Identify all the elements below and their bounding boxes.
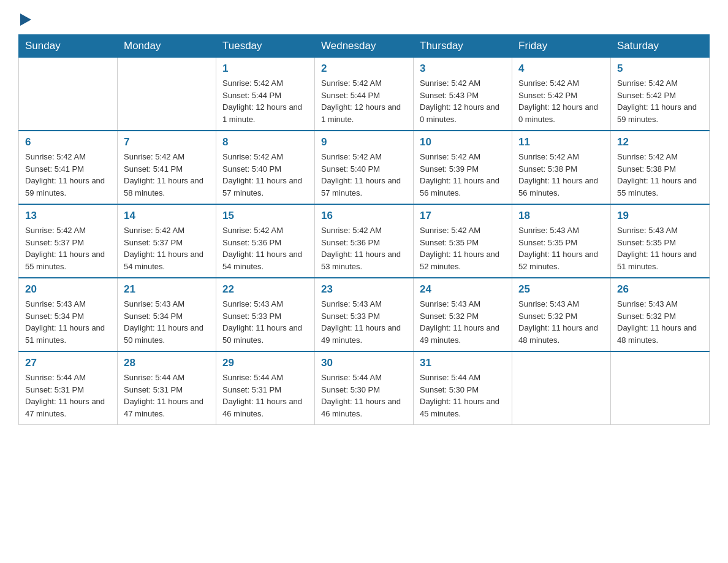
day-number: 13 [25, 210, 111, 222]
table-row: 9Sunrise: 5:42 AM Sunset: 5:40 PM Daylig… [315, 131, 414, 204]
table-row: 15Sunrise: 5:42 AM Sunset: 5:36 PM Dayli… [216, 204, 315, 278]
day-number: 28 [124, 357, 210, 369]
calendar-table: SundayMondayTuesdayWednesdayThursdayFrid… [18, 34, 710, 425]
table-row: 2Sunrise: 5:42 AM Sunset: 5:44 PM Daylig… [315, 58, 414, 131]
table-row: 17Sunrise: 5:42 AM Sunset: 5:35 PM Dayli… [414, 204, 512, 278]
day-info: Sunrise: 5:42 AM Sunset: 5:40 PM Dayligh… [222, 151, 308, 199]
table-row [118, 58, 216, 131]
table-row: 21Sunrise: 5:43 AM Sunset: 5:34 PM Dayli… [118, 278, 216, 351]
day-number: 12 [617, 136, 703, 148]
day-info: Sunrise: 5:43 AM Sunset: 5:35 PM Dayligh… [518, 224, 604, 272]
table-row: 10Sunrise: 5:42 AM Sunset: 5:39 PM Dayli… [414, 131, 512, 204]
table-row: 5Sunrise: 5:42 AM Sunset: 5:42 PM Daylig… [611, 58, 710, 131]
day-number: 7 [124, 136, 210, 148]
day-number: 16 [321, 210, 407, 222]
day-number: 25 [518, 283, 604, 296]
table-row: 18Sunrise: 5:43 AM Sunset: 5:35 PM Dayli… [512, 204, 611, 278]
day-info: Sunrise: 5:42 AM Sunset: 5:36 PM Dayligh… [321, 224, 407, 272]
table-row: 24Sunrise: 5:43 AM Sunset: 5:32 PM Dayli… [414, 278, 512, 351]
day-info: Sunrise: 5:42 AM Sunset: 5:41 PM Dayligh… [124, 151, 210, 199]
day-number: 10 [420, 136, 506, 148]
day-number: 4 [518, 63, 604, 75]
calendar-week-row: 20Sunrise: 5:43 AM Sunset: 5:34 PM Dayli… [19, 278, 710, 351]
day-info: Sunrise: 5:42 AM Sunset: 5:41 PM Dayligh… [25, 151, 111, 199]
svg-marker-0 [20, 13, 31, 26]
day-info: Sunrise: 5:42 AM Sunset: 5:44 PM Dayligh… [321, 77, 407, 125]
day-number: 19 [617, 210, 703, 222]
table-row: 29Sunrise: 5:44 AM Sunset: 5:31 PM Dayli… [216, 351, 315, 425]
day-info: Sunrise: 5:42 AM Sunset: 5:38 PM Dayligh… [617, 151, 703, 199]
day-number: 5 [617, 63, 703, 75]
table-row: 4Sunrise: 5:42 AM Sunset: 5:42 PM Daylig… [512, 58, 611, 131]
day-number: 3 [420, 63, 506, 75]
day-info: Sunrise: 5:43 AM Sunset: 5:33 PM Dayligh… [222, 298, 308, 346]
day-info: Sunrise: 5:42 AM Sunset: 5:39 PM Dayligh… [420, 151, 506, 199]
day-number: 11 [518, 136, 604, 148]
day-info: Sunrise: 5:42 AM Sunset: 5:36 PM Dayligh… [222, 224, 308, 272]
day-number: 18 [518, 210, 604, 222]
table-row: 14Sunrise: 5:42 AM Sunset: 5:37 PM Dayli… [118, 204, 216, 278]
table-row: 6Sunrise: 5:42 AM Sunset: 5:41 PM Daylig… [19, 131, 118, 204]
table-row: 26Sunrise: 5:43 AM Sunset: 5:32 PM Dayli… [611, 278, 710, 351]
day-number: 1 [222, 63, 308, 75]
day-info: Sunrise: 5:42 AM Sunset: 5:44 PM Dayligh… [222, 77, 308, 125]
calendar-week-row: 13Sunrise: 5:42 AM Sunset: 5:37 PM Dayli… [19, 204, 710, 278]
day-number: 22 [222, 283, 308, 296]
table-row: 7Sunrise: 5:42 AM Sunset: 5:41 PM Daylig… [118, 131, 216, 204]
day-number: 30 [321, 357, 407, 369]
table-row: 22Sunrise: 5:43 AM Sunset: 5:33 PM Dayli… [216, 278, 315, 351]
calendar-header-tuesday: Tuesday [216, 35, 315, 58]
calendar-header-sunday: Sunday [19, 35, 118, 58]
calendar-week-row: 6Sunrise: 5:42 AM Sunset: 5:41 PM Daylig… [19, 131, 710, 204]
day-number: 14 [124, 210, 210, 222]
day-info: Sunrise: 5:42 AM Sunset: 5:37 PM Dayligh… [25, 224, 111, 272]
day-number: 9 [321, 136, 407, 148]
table-row: 30Sunrise: 5:44 AM Sunset: 5:30 PM Dayli… [315, 351, 414, 425]
day-number: 23 [321, 283, 407, 296]
page-header [18, 12, 710, 28]
day-info: Sunrise: 5:42 AM Sunset: 5:37 PM Dayligh… [124, 224, 210, 272]
day-info: Sunrise: 5:43 AM Sunset: 5:35 PM Dayligh… [617, 224, 703, 272]
calendar-week-row: 1Sunrise: 5:42 AM Sunset: 5:44 PM Daylig… [19, 58, 710, 131]
calendar-header-wednesday: Wednesday [315, 35, 414, 58]
day-info: Sunrise: 5:42 AM Sunset: 5:35 PM Dayligh… [420, 224, 506, 272]
day-number: 6 [25, 136, 111, 148]
day-info: Sunrise: 5:44 AM Sunset: 5:31 PM Dayligh… [25, 372, 111, 419]
table-row: 1Sunrise: 5:42 AM Sunset: 5:44 PM Daylig… [216, 58, 315, 131]
day-info: Sunrise: 5:42 AM Sunset: 5:42 PM Dayligh… [518, 77, 604, 125]
calendar-header-monday: Monday [118, 35, 216, 58]
logo-arrow-icon [20, 13, 31, 26]
table-row: 12Sunrise: 5:42 AM Sunset: 5:38 PM Dayli… [611, 131, 710, 204]
day-number: 2 [321, 63, 407, 75]
table-row: 11Sunrise: 5:42 AM Sunset: 5:38 PM Dayli… [512, 131, 611, 204]
day-info: Sunrise: 5:43 AM Sunset: 5:32 PM Dayligh… [617, 298, 703, 346]
table-row [611, 351, 710, 425]
table-row: 16Sunrise: 5:42 AM Sunset: 5:36 PM Dayli… [315, 204, 414, 278]
day-info: Sunrise: 5:42 AM Sunset: 5:40 PM Dayligh… [321, 151, 407, 199]
day-info: Sunrise: 5:44 AM Sunset: 5:30 PM Dayligh… [420, 372, 506, 419]
day-info: Sunrise: 5:42 AM Sunset: 5:43 PM Dayligh… [420, 77, 506, 125]
day-number: 26 [617, 283, 703, 296]
day-number: 15 [222, 210, 308, 222]
table-row: 19Sunrise: 5:43 AM Sunset: 5:35 PM Dayli… [611, 204, 710, 278]
logo [18, 12, 31, 28]
day-number: 17 [420, 210, 506, 222]
calendar-header-saturday: Saturday [611, 35, 710, 58]
table-row: 25Sunrise: 5:43 AM Sunset: 5:32 PM Dayli… [512, 278, 611, 351]
calendar-week-row: 27Sunrise: 5:44 AM Sunset: 5:31 PM Dayli… [19, 351, 710, 425]
table-row: 3Sunrise: 5:42 AM Sunset: 5:43 PM Daylig… [414, 58, 512, 131]
table-row [19, 58, 118, 131]
day-info: Sunrise: 5:43 AM Sunset: 5:34 PM Dayligh… [25, 298, 111, 346]
day-info: Sunrise: 5:43 AM Sunset: 5:33 PM Dayligh… [321, 298, 407, 346]
day-number: 24 [420, 283, 506, 296]
table-row [512, 351, 611, 425]
day-number: 29 [222, 357, 308, 369]
table-row: 13Sunrise: 5:42 AM Sunset: 5:37 PM Dayli… [19, 204, 118, 278]
day-number: 20 [25, 283, 111, 296]
day-info: Sunrise: 5:42 AM Sunset: 5:38 PM Dayligh… [518, 151, 604, 199]
table-row: 8Sunrise: 5:42 AM Sunset: 5:40 PM Daylig… [216, 131, 315, 204]
table-row: 28Sunrise: 5:44 AM Sunset: 5:31 PM Dayli… [118, 351, 216, 425]
day-info: Sunrise: 5:44 AM Sunset: 5:31 PM Dayligh… [222, 372, 308, 419]
calendar-header-friday: Friday [512, 35, 611, 58]
day-info: Sunrise: 5:44 AM Sunset: 5:30 PM Dayligh… [321, 372, 407, 419]
